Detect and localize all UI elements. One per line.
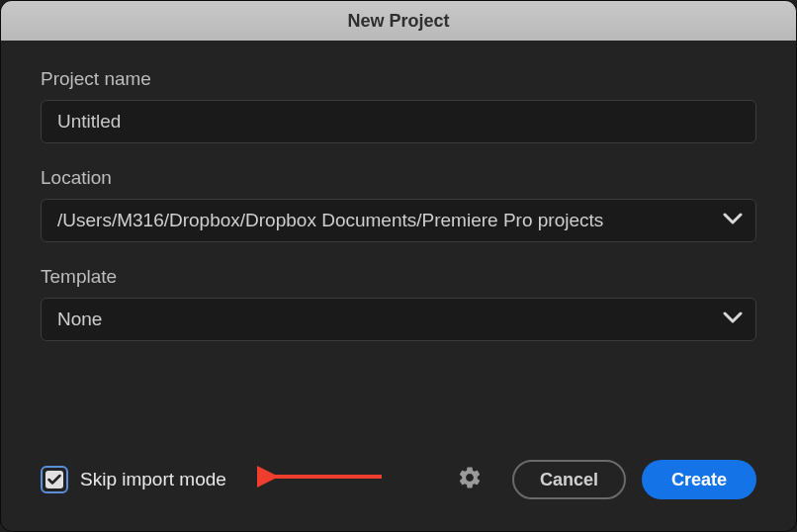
new-project-dialog: New Project Project name Location /Users…: [0, 0, 797, 532]
checkbox-box: [41, 466, 68, 493]
project-name-input[interactable]: [41, 100, 756, 143]
project-name-group: Project name: [41, 68, 756, 143]
template-group: Template None: [41, 266, 756, 341]
cancel-button[interactable]: Cancel: [512, 460, 626, 499]
skip-import-checkbox[interactable]: Skip import mode: [41, 466, 226, 493]
dialog-title: New Project: [347, 11, 449, 32]
create-button[interactable]: Create: [642, 460, 756, 499]
dialog-content: Project name Location /Users/M316/Dropbo…: [1, 41, 796, 460]
dialog-footer: Skip import mode Cancel Create: [1, 460, 796, 531]
template-label: Template: [41, 266, 756, 288]
dialog-titlebar: New Project: [1, 1, 796, 41]
location-value: /Users/M316/Dropbox/Dropbox Documents/Pr…: [57, 210, 603, 231]
location-dropdown[interactable]: /Users/M316/Dropbox/Dropbox Documents/Pr…: [41, 199, 756, 242]
gear-icon: [457, 465, 483, 494]
skip-import-label: Skip import mode: [80, 469, 226, 490]
template-dropdown[interactable]: None: [41, 298, 756, 341]
settings-button[interactable]: [455, 465, 485, 494]
location-group: Location /Users/M316/Dropbox/Dropbox Doc…: [41, 167, 756, 242]
template-value: None: [57, 309, 102, 330]
location-label: Location: [41, 167, 756, 189]
project-name-label: Project name: [41, 68, 756, 90]
checkmark-icon: [45, 471, 63, 488]
